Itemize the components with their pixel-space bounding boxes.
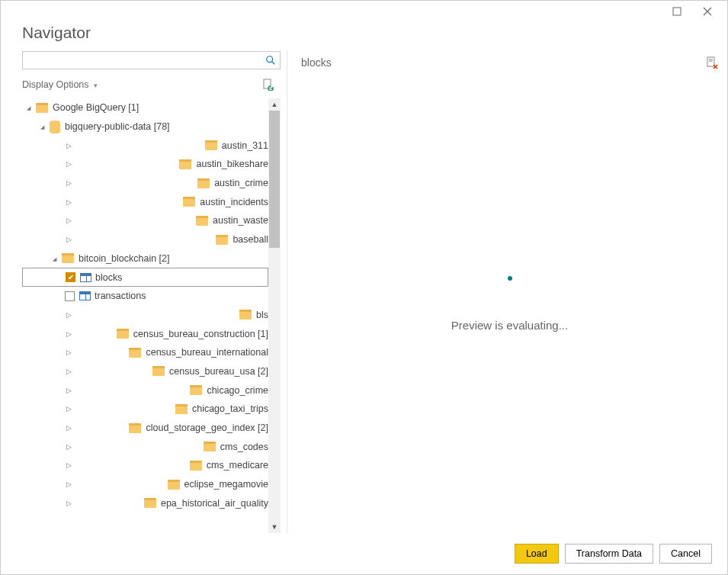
tree-label: census_bureau_usa [2] (169, 366, 268, 377)
left-panel: Display Options ▾ Google BigQuery [1] (22, 51, 287, 533)
scrollbar-thumb[interactable] (269, 111, 280, 248)
tree-node-dataset[interactable]: bitcoin_blockchain [2] (22, 249, 268, 268)
tree-label: bitcoin_blockchain [2] (79, 253, 170, 264)
tree-label: austin_311 (222, 140, 268, 151)
folder-icon (183, 197, 195, 207)
folder-icon (239, 310, 252, 320)
navigator-dialog: Navigator Display Options ▾ (0, 0, 728, 575)
refresh-icon[interactable] (261, 77, 276, 92)
search-icon[interactable] (261, 52, 280, 69)
tree-scrollbar[interactable]: ▲ ▼ (268, 98, 281, 533)
expand-icon[interactable] (53, 142, 205, 149)
tree-node-dataset[interactable]: austin_waste (22, 211, 268, 230)
preview-status: Preview is evaluating... (451, 319, 568, 332)
tree-node-dataset[interactable]: chicago_taxi_trips (22, 400, 268, 419)
expand-icon[interactable] (53, 387, 190, 394)
folder-icon (190, 461, 202, 471)
expand-icon[interactable] (53, 349, 129, 356)
table-icon (79, 291, 91, 300)
folder-icon (190, 385, 202, 395)
tree-node-dataset[interactable]: cms_codes (22, 437, 268, 456)
expand-icon[interactable] (53, 443, 204, 451)
tree-label: chicago_taxi_trips (192, 403, 268, 414)
tree-node-dataset[interactable]: austin_311 (22, 136, 268, 155)
folder-icon (62, 253, 74, 263)
tree-label: austin_incidents (200, 197, 268, 207)
tree-node-dataset[interactable]: census_bureau_usa [2] (22, 362, 268, 381)
expand-icon[interactable] (53, 217, 196, 224)
folder-icon (129, 348, 141, 358)
maximize-button[interactable] (662, 2, 692, 21)
tree-node-dataset[interactable]: baseball (22, 230, 268, 249)
tree-node-dataset[interactable]: eclipse_megamovie (22, 475, 268, 494)
expand-icon[interactable] (40, 123, 50, 130)
tree-node-table[interactable]: transactions (22, 287, 268, 306)
tree-node-dataset[interactable]: austin_crime (22, 174, 268, 193)
tree-label: austin_bikeshare (196, 159, 268, 169)
scroll-up-icon[interactable]: ▲ (268, 98, 281, 111)
load-button[interactable]: Load (515, 544, 559, 564)
expand-icon[interactable] (53, 198, 183, 206)
display-options-dropdown[interactable]: Display Options ▾ (22, 79, 98, 90)
tree-node-dataset[interactable]: chicago_crime (22, 381, 268, 400)
tree-label: blocks (95, 272, 122, 283)
close-button[interactable] (692, 2, 723, 21)
expand-icon[interactable] (53, 330, 117, 338)
tree-node-dataset[interactable]: bls (22, 306, 268, 325)
folder-icon (204, 442, 216, 451)
tree-node-root[interactable]: Google BigQuery [1] (22, 98, 268, 117)
tree-label: cms_medicare (207, 460, 268, 471)
search-input[interactable] (23, 53, 261, 67)
cancel-button[interactable]: Cancel (659, 544, 712, 564)
tree-node-dataset[interactable]: austin_incidents (22, 192, 268, 211)
expand-icon[interactable] (53, 424, 129, 432)
svg-point-1 (267, 56, 273, 63)
tree-node-dataset[interactable]: census_bureau_construction [1] (22, 324, 268, 343)
expand-icon[interactable] (53, 500, 144, 507)
tree-label: baseball (233, 234, 268, 245)
svg-rect-4 (707, 57, 714, 66)
tree-label: cms_codes (220, 442, 268, 452)
tree-label: census_bureau_construction [1] (133, 329, 268, 339)
tree-node-dataset[interactable]: epa_historical_air_quality (22, 493, 268, 512)
checkbox-icon[interactable]: ✔ (66, 272, 75, 282)
checkbox-icon[interactable] (65, 291, 75, 301)
folder-icon (216, 235, 228, 245)
folder-icon (36, 103, 48, 113)
expand-icon[interactable] (53, 160, 179, 168)
tree-node-dataset[interactable]: austin_bikeshare (22, 155, 268, 174)
titlebar (1, 1, 727, 22)
expand-icon[interactable] (53, 480, 168, 488)
scroll-down-icon[interactable]: ▼ (268, 521, 281, 533)
expand-icon[interactable] (53, 179, 197, 187)
expand-icon[interactable] (53, 368, 152, 375)
folder-icon (152, 366, 165, 376)
chevron-down-icon: ▾ (94, 82, 98, 89)
tree-node-project[interactable]: bigquery-public-data [78] (22, 117, 268, 137)
tree-node-dataset[interactable]: cloud_storage_geo_index [2] (22, 419, 268, 438)
tree-label: epa_historical_air_quality (161, 498, 268, 509)
preview-panel: blocks Preview is evaluating... (287, 51, 718, 533)
expand-icon[interactable] (53, 461, 190, 469)
data-source-tree[interactable]: Google BigQuery [1] bigquery-public-data… (22, 98, 268, 533)
expand-icon[interactable] (53, 255, 62, 262)
transform-data-button[interactable]: Transform Data (565, 544, 653, 564)
expand-icon[interactable] (53, 405, 175, 413)
folder-icon (129, 423, 141, 433)
tree-node-dataset[interactable]: census_bureau_international (22, 343, 268, 362)
expand-icon[interactable] (53, 311, 239, 319)
tree-node-table[interactable]: ✔ blocks (22, 268, 268, 287)
dialog-footer: Load Transform Data Cancel (1, 533, 727, 574)
tree-label: Google BigQuery [1] (53, 102, 139, 113)
search-box[interactable] (22, 51, 281, 69)
display-options-label: Display Options (22, 79, 89, 90)
tree-label: eclipse_megamovie (184, 479, 268, 490)
tree-label: cloud_storage_geo_index [2] (146, 422, 268, 433)
tree-node-dataset[interactable]: cms_medicare (22, 456, 268, 475)
expand-icon[interactable] (27, 104, 36, 111)
clear-preview-icon[interactable] (706, 56, 718, 69)
scrollbar-track[interactable] (268, 111, 281, 521)
folder-icon (179, 159, 191, 169)
svg-rect-3 (264, 79, 271, 88)
expand-icon[interactable] (53, 236, 216, 243)
